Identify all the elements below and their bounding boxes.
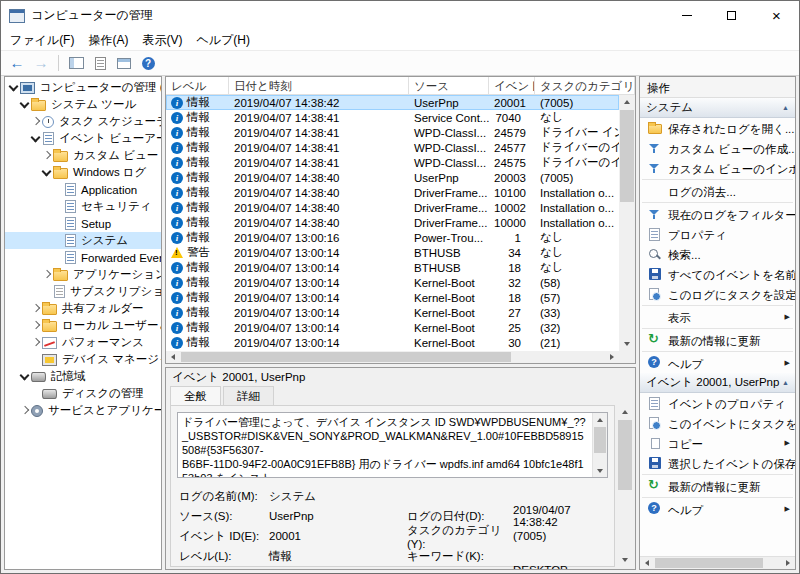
tree-item[interactable]: ローカル ユーザーとグループ <box>5 317 161 334</box>
forward-button[interactable] <box>30 52 52 74</box>
tree-item[interactable]: パフォーマンス <box>5 334 161 351</box>
scroll-right-arrow[interactable] <box>781 557 795 569</box>
action-item[interactable]: プロパティ <box>640 224 795 244</box>
action-item[interactable]: ヘルプ▶ <box>640 353 795 373</box>
column-header[interactable]: レベル <box>166 77 229 94</box>
action-item[interactable]: 表示▶ <box>640 307 795 327</box>
column-header[interactable]: タスクのカテゴリ <box>535 77 635 94</box>
tree-item[interactable]: デバイス マネージャー <box>5 351 161 368</box>
scrollbar-thumb[interactable] <box>594 427 606 453</box>
event-row[interactable]: 情報2019/04/07 14:38:40DriverFrame...10002… <box>166 200 619 215</box>
tree-item[interactable]: アプリケーションとサービス <box>5 266 161 283</box>
description-scrollbar[interactable] <box>592 413 607 477</box>
tree-item[interactable]: タスク スケジューラ <box>5 113 161 130</box>
tree-item[interactable]: Setup <box>5 215 161 232</box>
scrollbar-thumb[interactable] <box>655 558 763 568</box>
event-row[interactable]: 情報2019/04/07 13:00:14Kernel-Boot32(58) <box>166 275 619 290</box>
event-row[interactable]: 情報2019/04/07 13:00:14BTHUSB18なし <box>166 260 619 275</box>
scroll-down-arrow[interactable] <box>617 553 633 567</box>
show-action-pane-button[interactable] <box>113 52 135 74</box>
collapse-chevron-icon[interactable] <box>19 99 30 110</box>
event-row[interactable]: 情報2019/04/07 14:38:40UserPnp20003(7005) <box>166 170 619 185</box>
tree-item[interactable]: イベント ビューアー <box>5 130 161 147</box>
expand-chevron-icon[interactable] <box>19 405 30 416</box>
menu-item[interactable]: ファイル(F) <box>3 30 81 51</box>
collapse-chevron-icon[interactable] <box>41 167 52 178</box>
scrollbar-thumb[interactable] <box>181 352 511 362</box>
event-row[interactable]: 情報2019/04/07 14:38:41WPD-ClassI...24575ド… <box>166 155 619 170</box>
action-item[interactable]: このログにタスクを設定... <box>640 284 795 304</box>
action-section-header[interactable]: システム▲ <box>640 98 795 118</box>
help-button[interactable] <box>137 52 159 74</box>
expand-chevron-icon[interactable] <box>30 303 41 314</box>
tree-item[interactable]: Application <box>5 181 161 198</box>
export-list-button[interactable] <box>89 52 111 74</box>
menu-item[interactable]: ヘルプ(H) <box>189 30 257 51</box>
action-item[interactable]: 現在のログをフィルター... <box>640 204 795 224</box>
details-vertical-scrollbar[interactable] <box>617 405 633 567</box>
event-row[interactable]: 情報2019/04/07 14:38:41WPD-ClassI...24577ド… <box>166 140 619 155</box>
action-item[interactable]: 最新の情報に更新 <box>640 330 795 350</box>
collapse-chevron-icon[interactable] <box>19 371 30 382</box>
scroll-up-arrow[interactable] <box>617 405 633 419</box>
tree-item[interactable]: 記憶域 <box>5 368 161 385</box>
event-row[interactable]: 情報2019/04/07 14:38:42UserPnp20001(7005) <box>166 95 619 110</box>
event-description-box[interactable]: ドライバー管理によって、デバイス インスタンス ID SWD¥WPDBUSENU… <box>177 412 608 478</box>
tree-item[interactable]: システム ツール <box>5 96 161 113</box>
tree-item[interactable]: サービスとアプリケーション <box>5 402 161 419</box>
event-row[interactable]: 情報2019/04/07 13:00:14Kernel-Boot25(32) <box>166 320 619 335</box>
tree-item[interactable]: Forwarded Event <box>5 249 161 266</box>
action-item[interactable]: カスタム ビューのインポート... <box>640 158 795 178</box>
event-list-vertical-scrollbar[interactable] <box>619 95 635 351</box>
scroll-down-arrow[interactable] <box>593 464 607 477</box>
action-item[interactable]: すべてのイベントを名前を... <box>640 264 795 284</box>
expand-chevron-icon[interactable] <box>30 320 41 331</box>
expand-chevron-icon[interactable] <box>41 150 52 161</box>
menu-item[interactable]: 表示(V) <box>135 30 189 51</box>
close-button[interactable]: × <box>754 1 799 30</box>
tree-item[interactable]: カスタム ビュー <box>5 147 161 164</box>
menu-item[interactable]: 操作(A) <box>81 30 135 51</box>
event-row[interactable]: 情報2019/04/07 13:00:14Kernel-Boot18(57) <box>166 290 619 305</box>
tree-item[interactable]: サブスクリプション <box>5 283 161 300</box>
event-row[interactable]: 情報2019/04/07 14:38:40DriverFrame...10100… <box>166 185 619 200</box>
collapse-chevron-icon[interactable] <box>30 133 41 144</box>
minimize-button[interactable] <box>664 1 709 30</box>
action-item[interactable]: コピー▶ <box>640 433 795 453</box>
event-row[interactable]: 情報2019/04/07 13:00:14Kernel-Boot30(21) <box>166 335 619 350</box>
scrollbar-thumb[interactable] <box>618 420 632 490</box>
maximize-button[interactable] <box>709 1 754 30</box>
scroll-down-arrow[interactable] <box>619 337 635 351</box>
event-row[interactable]: 情報2019/04/07 14:38:41WPD-ClassI...24579ド… <box>166 125 619 140</box>
column-header[interactable]: ソース <box>409 77 489 94</box>
expand-chevron-icon[interactable] <box>30 116 41 127</box>
event-row[interactable]: 情報2019/04/07 14:38:41Service Cont...7040… <box>166 110 619 125</box>
column-header[interactable]: 日付と時刻 <box>229 77 409 94</box>
tree-item[interactable]: ディスクの管理 <box>5 385 161 402</box>
action-item[interactable]: ヘルプ▶ <box>640 499 795 519</box>
tree-item[interactable]: 共有フォルダー <box>5 300 161 317</box>
tree-item[interactable]: Windows ログ <box>5 164 161 181</box>
action-item[interactable]: このイベントにタスクを設定... <box>640 413 795 433</box>
action-item[interactable]: 保存されたログを開く... <box>640 118 795 138</box>
scroll-up-arrow[interactable] <box>619 95 635 109</box>
event-list-horizontal-scrollbar[interactable] <box>166 351 619 363</box>
action-item[interactable]: 検索... <box>640 244 795 264</box>
expand-chevron-icon[interactable] <box>30 337 41 348</box>
action-item[interactable]: 最新の情報に更新 <box>640 476 795 496</box>
action-item[interactable]: 選択したイベントの保存... <box>640 453 795 473</box>
event-row[interactable]: 情報2019/04/07 13:00:14Kernel-Boot27(33) <box>166 305 619 320</box>
actions-horizontal-scrollbar[interactable] <box>640 556 795 569</box>
event-row[interactable]: 警告2019/04/07 13:00:14BTHUSB34なし <box>166 245 619 260</box>
back-button[interactable] <box>6 52 28 74</box>
column-header[interactable]: イベント ID <box>489 77 535 94</box>
expand-chevron-icon[interactable] <box>41 269 52 280</box>
action-section-header[interactable]: イベント 20001, UserPnp▲ <box>640 373 795 393</box>
tree-item[interactable]: セキュリティ <box>5 198 161 215</box>
event-row[interactable]: 情報2019/04/07 14:38:40DriverFrame...10000… <box>166 215 619 230</box>
tab-general[interactable]: 全般 <box>170 386 221 405</box>
scroll-left-arrow[interactable] <box>640 557 654 569</box>
tree-item[interactable]: コンピューターの管理 (ローカル) <box>5 79 161 96</box>
scroll-left-arrow[interactable] <box>166 351 180 363</box>
action-item[interactable]: イベントのプロパティ <box>640 393 795 413</box>
